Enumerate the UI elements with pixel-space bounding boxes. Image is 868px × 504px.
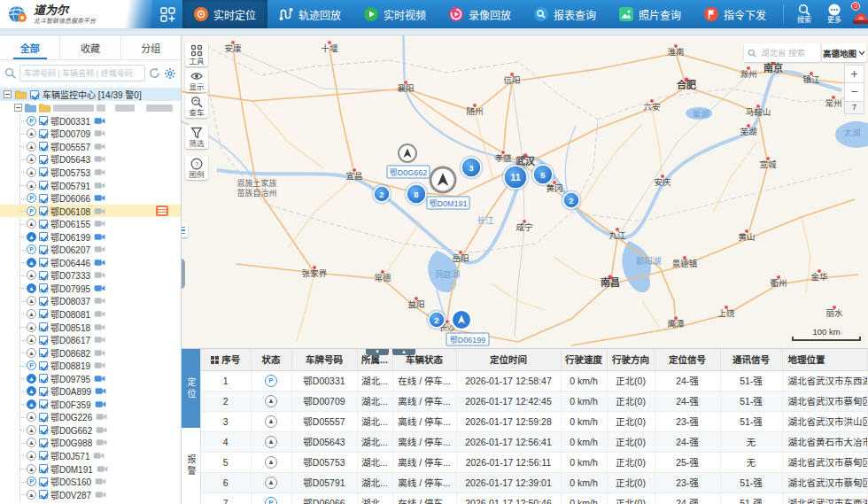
vehicle-item-鄂D07995[interactable]: ▲鄂D07995 <box>0 282 181 295</box>
cluster-marker-11[interactable]: 11 <box>502 164 530 191</box>
bottom-tab-定位[interactable]: 定位 <box>182 349 200 428</box>
camera-icon[interactable] <box>97 465 108 473</box>
sidebar-tab-全部[interactable]: 全部 <box>0 35 60 59</box>
vehicle-item-鄂D08682[interactable]: ▲鄂D08682 <box>0 346 181 360</box>
sidebar-collapse-handle[interactable]: ‹ <box>182 259 185 289</box>
cluster-marker-2[interactable]: 2 <box>427 310 447 330</box>
menu-item-video[interactable]: 实时视频 <box>353 0 438 28</box>
map-plate-label-鄂D0M191[interactable]: 鄂D0M191 <box>427 197 469 209</box>
vehicle-checkbox[interactable] <box>39 116 48 125</box>
sidebar-tab-收藏[interactable]: 收藏 <box>60 35 120 59</box>
vehicle-checkbox[interactable] <box>39 220 48 229</box>
camera-icon[interactable] <box>94 207 105 215</box>
vehicle-item-鄂D06066[interactable]: P鄂D06066 <box>0 191 181 205</box>
camera-icon[interactable] <box>94 271 105 279</box>
gray-vehicle-marker[interactable] <box>430 167 455 192</box>
vehicle-checkbox[interactable] <box>39 425 48 434</box>
vehicle-checkbox[interactable] <box>39 232 48 241</box>
menu-item-locate[interactable]: 实时定位 <box>182 0 267 28</box>
sidebar-tab-分组[interactable]: 分组 <box>121 35 181 59</box>
vehicle-checkbox[interactable] <box>39 142 48 151</box>
camera-icon[interactable] <box>94 233 105 241</box>
vehicle-item-鄂D00709[interactable]: ▲鄂D00709 <box>0 128 181 141</box>
map-tool-tools[interactable]: 工具 <box>185 43 208 66</box>
vehicle-checkbox[interactable] <box>39 271 48 280</box>
table-row-鄂D05753[interactable]: 5▲鄂D05753湖北...离线 / 停车...2026-01-17 12:56… <box>201 452 868 472</box>
camera-icon[interactable] <box>94 284 105 292</box>
menu-item-report[interactable]: 报表查询 <box>523 0 608 28</box>
camera-icon[interactable] <box>94 155 105 163</box>
camera-icon[interactable] <box>94 245 105 253</box>
cluster-marker-2[interactable]: 2 <box>372 184 392 205</box>
menu-item-track[interactable]: 轨迹回放 <box>267 0 353 28</box>
camera-icon[interactable] <box>94 220 105 228</box>
zoom-out-button[interactable]: − <box>844 83 864 102</box>
menu-item-playback[interactable]: 录像回放 <box>438 0 523 28</box>
vehicle-checkbox[interactable] <box>39 322 48 331</box>
table-row-鄂D05643[interactable]: 4▲鄂D05643湖北...离线 / 停车...2026-01-17 12:56… <box>201 431 868 452</box>
refresh-icon[interactable] <box>149 67 160 79</box>
vehicle-item-鄂D00331[interactable]: P鄂D00331 <box>0 114 181 128</box>
map-search-box[interactable] <box>744 43 820 62</box>
vehicle-checkbox[interactable] <box>39 387 48 396</box>
map-search-input[interactable] <box>759 47 817 58</box>
vehicle-item-鄂D0F359[interactable]: ▲鄂D0F359 <box>0 398 181 411</box>
vehicle-item-鄂D09795[interactable]: ▲鄂D09795 <box>0 372 181 385</box>
vehicle-item-鄂D06199[interactable]: ▲鄂D06199 <box>0 230 181 244</box>
map-tool-carsearch[interactable]: 查车 <box>185 94 208 118</box>
camera-icon[interactable] <box>94 194 105 202</box>
table-row-鄂D05557[interactable]: 3▲鄂D05557湖北...离线 / 停车...2026-01-17 12:59… <box>201 411 868 431</box>
table-row-鄂D00709[interactable]: 2▲鄂D00709湖北...离线 / 停车...2026-01-17 12:42… <box>201 391 868 411</box>
vehicle-checkbox[interactable] <box>39 155 48 164</box>
map-tool-legend[interactable]: ?图例 <box>185 156 208 180</box>
vehicle-item-鄂D08819[interactable]: P鄂D08819 <box>0 359 181 372</box>
zoom-in-button[interactable]: + <box>844 65 864 83</box>
vehicle-checkbox[interactable] <box>39 413 48 422</box>
vehicle-checkbox[interactable] <box>39 399 48 408</box>
panel-expand-button[interactable]: ▴ <box>392 349 415 355</box>
vehicle-item-鄂D05643[interactable]: ▲鄂D05643 <box>0 153 181 167</box>
menu-item-command[interactable]: 指令下发 <box>693 0 778 28</box>
vehicle-checkbox[interactable] <box>39 374 48 383</box>
cluster-marker-2[interactable]: 2 <box>562 190 582 211</box>
camera-icon[interactable] <box>95 387 106 395</box>
bottom-tab-报警[interactable]: 报警 <box>182 428 200 504</box>
camera-icon[interactable] <box>94 259 105 267</box>
apps-grid-button[interactable] <box>152 0 182 28</box>
camera-icon[interactable] <box>96 413 107 421</box>
vehicle-item-鄂D0J571[interactable]: ▲鄂D0J571 <box>0 449 181 462</box>
vehicle-item-鄂D06108[interactable]: P鄂D06108 <box>0 205 181 218</box>
camera-icon[interactable] <box>94 117 105 125</box>
vehicle-item-鄂D06207[interactable]: P鄂D06207 <box>0 243 181 256</box>
vehicle-checkbox[interactable] <box>39 438 48 447</box>
alarm-siren-button[interactable]: 0 <box>849 3 868 26</box>
table-row-鄂D06066[interactable]: 7P鄂D06066湖北...在线 / 停车...2026-01-17 12:50… <box>201 492 868 504</box>
camera-icon[interactable] <box>96 438 107 446</box>
map-layer-select[interactable]: 高德地图 <box>822 43 866 62</box>
camera-icon[interactable] <box>94 375 105 383</box>
camera-icon[interactable] <box>94 182 105 190</box>
vehicle-checkbox[interactable] <box>39 194 48 203</box>
vehicle-item-鄂D06155[interactable]: ▲鄂D06155 <box>0 217 181 230</box>
vehicle-item-鄂D05557[interactable]: ▲鄂D05557 <box>0 140 181 153</box>
root-checkbox[interactable] <box>30 90 39 99</box>
expander-icon[interactable] <box>4 90 12 98</box>
vehicle-checkbox[interactable] <box>39 309 48 318</box>
vehicle-checkbox[interactable] <box>39 336 48 345</box>
camera-icon[interactable] <box>93 452 105 460</box>
vehicle-context-menu-button[interactable] <box>156 205 168 216</box>
camera-icon[interactable] <box>94 323 105 331</box>
camera-icon[interactable] <box>94 297 105 305</box>
vehicle-checkbox[interactable] <box>39 348 48 357</box>
camera-icon[interactable] <box>96 426 107 434</box>
vehicle-checkbox[interactable] <box>39 167 48 176</box>
vehicle-item-鄂D05753[interactable]: ▲鄂D05753 <box>0 166 181 179</box>
vehicle-item-鄂D08617[interactable]: ▲鄂D08617 <box>0 333 181 346</box>
blue-vehicle-marker[interactable] <box>452 310 471 330</box>
camera-icon[interactable] <box>94 143 105 151</box>
vehicle-item-鄂D0S160[interactable]: P鄂D0S160 <box>0 475 181 488</box>
map-canvas[interactable]: 安康十堰襄阳随州信阳淮南滁州南京镇江常州合肥六安马鞍山芜湖宣城安庆孝感武汉黄冈咸… <box>182 35 868 348</box>
map-plate-label-鄂D0G662[interactable]: 鄂D0G662 <box>387 166 430 178</box>
vehicle-search-input[interactable] <box>19 65 145 81</box>
vehicle-item-鄂D05791[interactable]: ▲鄂D05791 <box>0 179 181 192</box>
